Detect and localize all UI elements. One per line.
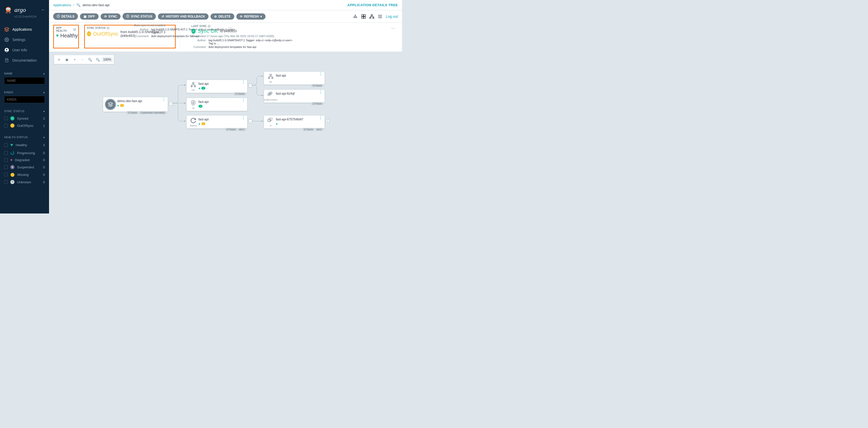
last-sync-menu[interactable]: ⋯ [391, 26, 396, 31]
collapse-icon[interactable]: ▴ [43, 72, 45, 75]
node-menu[interactable]: ⋮ [241, 100, 246, 101]
question-icon: ? [10, 180, 14, 184]
filter-item-suspended[interactable]: ⏸Suspended0 [4, 163, 45, 171]
svg-rect-38 [270, 74, 272, 75]
network-view-icon[interactable] [369, 14, 374, 19]
history-button[interactable]: ↺HISTORY AND ROLLBACK [158, 13, 209, 20]
nav-settings[interactable]: Settings [0, 35, 49, 45]
zoom-out-icon[interactable]: 🔍 [94, 56, 102, 63]
svg-marker-5 [5, 27, 9, 29]
deployment-icon [190, 117, 197, 124]
collapse-icon[interactable]: ▴ [43, 109, 45, 113]
resource-tree-canvas[interactable]: ≡ ▣ ＋ － 🔍 🔍 100% demo-dev-fast-api♥↑ ⋮ 1… [49, 52, 402, 213]
diff-button[interactable]: ▣DIFF [80, 13, 99, 20]
action-row: ⓘDETAILS ▣DIFF ⟳SYNC ⓘSYNC STATUS ↺HISTO… [49, 10, 402, 23]
zoom-in-icon[interactable]: 🔍 [86, 56, 94, 63]
heart-icon: ♥ [198, 122, 200, 126]
file-icon: ▣ [84, 15, 87, 18]
filter-health-label: HEALTH STATUS [4, 136, 28, 139]
filter-item-degraded[interactable]: ♥Degraded0 [4, 157, 45, 163]
tree-view-icon[interactable] [353, 14, 358, 19]
zoom-plus-icon[interactable]: ＋ [71, 56, 79, 63]
checkbox[interactable] [4, 165, 8, 169]
argo-logo-icon [4, 6, 12, 14]
serviceaccount-icon [190, 100, 197, 106]
checkbox[interactable] [4, 124, 8, 127]
checkbox[interactable] [4, 180, 8, 184]
heart-icon: ♥ [10, 142, 13, 148]
node-deployment[interactable]: deploy fast-api♥↑ ⋮ 17 hoursrev:1 [187, 116, 247, 128]
align-icon[interactable]: ≡ [55, 56, 63, 63]
nav-userinfo[interactable]: User Info [0, 45, 49, 55]
ghost-icon: ⬤ [10, 172, 15, 177]
filter-kinds-input[interactable] [4, 96, 45, 103]
help-icon[interactable]: ? [106, 27, 110, 29]
node-service[interactable]: svc fast-api♥✓ ⋮ 17 hours [187, 80, 247, 93]
refresh-button[interactable]: ⟳REFRESH▾ [236, 13, 266, 20]
expand-button[interactable]: − [248, 120, 252, 123]
app-icon [105, 99, 116, 110]
grid-view-icon[interactable] [361, 14, 366, 19]
checkbox[interactable] [4, 117, 8, 120]
layers-icon [4, 27, 9, 32]
node-endpointslice[interactable]: endpointslice fast-api-6z4qf ⋮ 17 hours [264, 90, 324, 103]
arrow-up-icon: ↑ [201, 122, 206, 125]
fit-icon[interactable]: ▣ [63, 56, 71, 63]
svg-rect-19 [362, 17, 364, 18]
filter-item-synced[interactable]: ✓Synced2 [4, 115, 45, 122]
node-menu[interactable]: ⋮ [318, 117, 323, 119]
checkbox[interactable] [4, 158, 8, 162]
help-icon[interactable]: ? [73, 28, 76, 31]
nav-documentation[interactable]: Documentation [0, 55, 49, 65]
expand-button[interactable]: − [169, 102, 173, 105]
spinner-icon [10, 151, 14, 155]
filter-item-progressing[interactable]: Progressing0 [4, 149, 45, 157]
checkbox[interactable] [4, 143, 8, 147]
svg-marker-32 [261, 121, 263, 122]
node-endpoint[interactable]: ep fast-api ⋮ 17 hours [264, 72, 324, 85]
svg-point-12 [11, 151, 14, 155]
sync-status-button[interactable]: ⓘSYNC STATUS [123, 13, 156, 20]
svg-marker-29 [184, 121, 186, 122]
collapse-icon[interactable]: ▴ [43, 91, 45, 94]
app-details-tree-link[interactable]: APPLICATION DETAILS TREE [347, 3, 398, 7]
breadcrumb-applications[interactable]: Applications [53, 3, 71, 7]
tree-edges [49, 52, 402, 213]
filter-item-healthy[interactable]: ♥Healthy3 [4, 141, 45, 149]
filter-item-missing[interactable]: ⬤Missing0 [4, 171, 45, 178]
svg-point-8 [6, 49, 7, 50]
search-icon[interactable]: 🔍 [76, 3, 81, 7]
collapse-sidebar-icon[interactable]: ← [41, 7, 46, 13]
details-button[interactable]: ⓘDETAILS [53, 13, 78, 20]
filter-item-outofsync[interactable]: ↑OutOfSync1 [4, 122, 45, 129]
filter-name-input[interactable] [4, 77, 45, 84]
help-icon[interactable]: ? [208, 25, 211, 28]
zoom-minus-icon[interactable]: － [79, 56, 86, 63]
node-replicaset[interactable]: rs fast-api-675754fd47♥ ⋮ 17 hoursrev:1 [264, 116, 324, 128]
checkbox[interactable] [4, 151, 8, 155]
checkbox[interactable] [4, 173, 8, 176]
filter-name: NAME▴ [0, 72, 49, 84]
node-menu[interactable]: ⋮ [241, 117, 246, 119]
app-health-label: APP HEALTH [56, 27, 72, 32]
nav-applications-label: Applications [12, 27, 32, 31]
nav-applications[interactable]: Applications [0, 24, 49, 35]
node-menu[interactable]: ⋮ [161, 99, 166, 100]
node-menu[interactable]: ⋮ [318, 91, 323, 93]
collapse-icon[interactable]: ▴ [43, 135, 45, 139]
expand-button[interactable]: + [326, 120, 330, 123]
list-view-icon[interactable] [377, 14, 383, 19]
node-serviceaccount[interactable]: sa fast-api✓ ⋮ [187, 98, 247, 111]
last-sync-to: to b49c653 [220, 29, 237, 33]
node-menu[interactable]: ⋮ [241, 81, 246, 83]
sync-button[interactable]: ⟳SYNC [101, 13, 121, 20]
node-menu[interactable]: ⋮ [318, 73, 323, 75]
last-sync-label: LAST SYNC [191, 25, 207, 28]
delete-button[interactable]: ⊘DELETE [211, 13, 234, 20]
filter-item-unknown[interactable]: ?Unknown0 [4, 178, 45, 186]
node-app-root[interactable]: demo-dev-fast-api♥↑ ⋮ 17 hours2 paramete… [103, 97, 168, 112]
endpoint-icon [267, 73, 274, 80]
svg-rect-34 [192, 83, 194, 84]
expand-button[interactable]: − [248, 84, 252, 88]
logout-link[interactable]: Log out [386, 14, 398, 19]
